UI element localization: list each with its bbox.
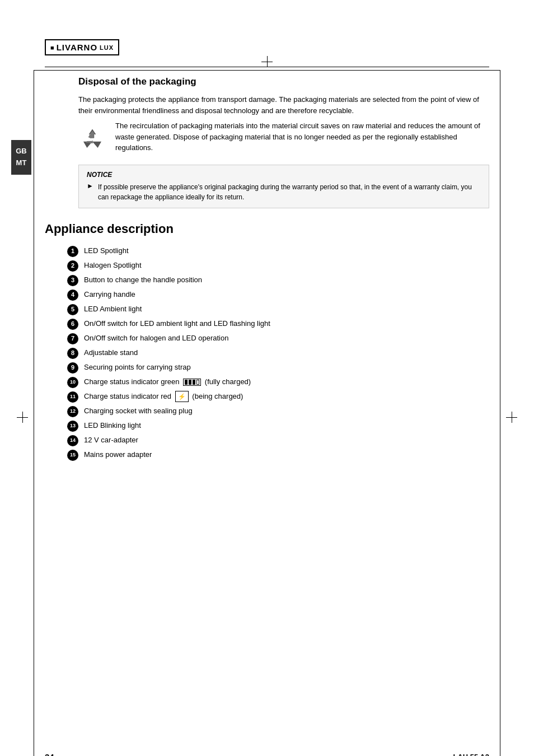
bar1: [185, 380, 188, 385]
logo-box: ■ LIVARNO LUX: [45, 39, 119, 55]
item-num-5: 5: [67, 304, 78, 315]
logo-area: ■ LIVARNO LUX: [45, 39, 489, 55]
logo-text: LIVARNO: [57, 43, 97, 52]
bar2: [189, 380, 191, 385]
item-text-12: Charging socket with sealing plug: [84, 405, 489, 417]
appliance-title: Appliance description: [45, 222, 489, 236]
list-item: 2 Halogen Spotlight: [67, 260, 489, 272]
notice-arrow: ►: [87, 182, 93, 202]
page-number: 34: [45, 752, 54, 756]
item-num-1: 1: [67, 246, 78, 257]
battery-green-icon: [183, 379, 201, 386]
item-text-15: Mains power adapter: [84, 449, 489, 460]
item-text-11: Charge status indicator red ⚡ (being cha…: [84, 391, 489, 403]
main-content: ■ LIVARNO LUX GB MT Disposal of the pack…: [45, 39, 489, 461]
disposal-para2-block: The recirculation of packaging materials…: [115, 120, 489, 158]
list-item: 8 Adjustable stand: [67, 347, 489, 359]
list-item: 14 12 V car-adapter: [67, 435, 489, 446]
list-item: 6 On/Off switch for LED ambient light an…: [67, 318, 489, 330]
bar4-empty: [196, 380, 199, 385]
item-num-10: 10: [67, 377, 78, 388]
item-text-6: On/Off switch for LED ambient light and …: [84, 318, 489, 329]
disposal-para2: The recirculation of packaging materials…: [115, 120, 489, 153]
item-num-3: 3: [67, 275, 78, 286]
appliance-list: 1 LED Spotlight 2 Halogen Spotlight 3 Bu…: [67, 245, 489, 461]
item-num-8: 8: [67, 348, 78, 359]
disposal-title: Disposal of the packaging: [78, 76, 489, 87]
item-num-9: 9: [67, 362, 78, 374]
list-item: 5 LED Ambient light: [67, 304, 489, 315]
recycle-icon: [78, 120, 106, 158]
item-num-14: 14: [67, 435, 78, 446]
item-label-10: Charge status indicator green: [84, 377, 180, 386]
list-item: 12 Charging socket with sealing plug: [67, 405, 489, 417]
list-item: 11 Charge status indicator red ⚡ (being …: [67, 391, 489, 403]
notice-title: NOTICE: [87, 171, 481, 179]
item-text-14: 12 V car-adapter: [84, 435, 489, 446]
list-item: 9 Securing points for carrying strap: [67, 362, 489, 374]
item-text-13: LED Blinking light: [84, 420, 489, 431]
list-item: 7 On/Off switch for halogen and LED oper…: [67, 333, 489, 344]
item-num-2: 2: [67, 260, 78, 272]
list-item: 10 Charge status indicator green (fully …: [67, 376, 489, 388]
item-text-5: LED Ambient light: [84, 304, 489, 315]
border-left: [34, 70, 34, 756]
item-suffix-11: (being charged): [192, 392, 243, 400]
item-text-10: Charge status indicator green (fully cha…: [84, 376, 489, 388]
logo-icon: ■: [50, 44, 54, 51]
bar3: [193, 380, 195, 385]
item-label-11: Charge status indicator red: [84, 392, 171, 400]
disposal-section: Disposal of the packaging The packaging …: [78, 76, 489, 208]
disposal-para1-block: The packaging protects the appliance fro…: [78, 94, 489, 116]
language-tab: GB MT: [11, 140, 31, 175]
reg-mark-left: [17, 412, 28, 423]
notice-box: NOTICE ► If possible preserve the applia…: [78, 165, 489, 208]
disposal-body: The recirculation of packaging materials…: [78, 120, 489, 158]
list-item: 4 Carrying handle: [67, 289, 489, 301]
item-num-12: 12: [67, 406, 78, 417]
lang-mt: MT: [15, 157, 28, 169]
item-num-6: 6: [67, 319, 78, 330]
item-text-3: Button to change the handle position: [84, 274, 489, 286]
border-right: [500, 70, 500, 756]
notice-bullet: ► If possible preserve the appliance's o…: [87, 182, 481, 202]
appliance-section: Appliance description 1 LED Spotlight 2 …: [45, 222, 489, 461]
lightning-symbol: ⚡: [178, 392, 186, 402]
item-num-4: 4: [67, 290, 78, 301]
item-text-9: Securing points for carrying strap: [84, 362, 489, 373]
battery-red-icon: ⚡: [175, 391, 189, 403]
footer: 34 LAH 55 A2: [45, 752, 489, 756]
item-text-8: Adjustable stand: [84, 347, 489, 358]
item-suffix-10: (fully charged): [205, 377, 251, 386]
logo-lux: LUX: [100, 44, 114, 51]
reg-mark-right: [506, 412, 517, 423]
divider-top: [45, 67, 489, 67]
recycle-svg: [79, 125, 106, 152]
list-item: 3 Button to change the handle position: [67, 274, 489, 286]
item-text-7: On/Off switch for halogen and LED operat…: [84, 333, 489, 344]
item-num-15: 15: [67, 450, 78, 461]
page: ■ LIVARNO LUX GB MT Disposal of the pack…: [0, 39, 534, 756]
item-num-11: 11: [67, 391, 78, 403]
list-item: 1 LED Spotlight: [67, 245, 489, 257]
disposal-para1: The packaging protects the appliance fro…: [78, 94, 489, 116]
notice-text: If possible preserve the appliance's ori…: [98, 182, 481, 202]
item-text-4: Carrying handle: [84, 289, 489, 300]
item-text-2: Halogen Spotlight: [84, 260, 489, 271]
item-num-13: 13: [67, 421, 78, 432]
list-item: 13 LED Blinking light: [67, 420, 489, 432]
model-number: LAH 55 A2: [453, 753, 489, 756]
lang-gb: GB: [15, 146, 28, 157]
item-text-1: LED Spotlight: [84, 245, 489, 256]
list-item: 15 Mains power adapter: [67, 449, 489, 461]
item-num-7: 7: [67, 333, 78, 344]
